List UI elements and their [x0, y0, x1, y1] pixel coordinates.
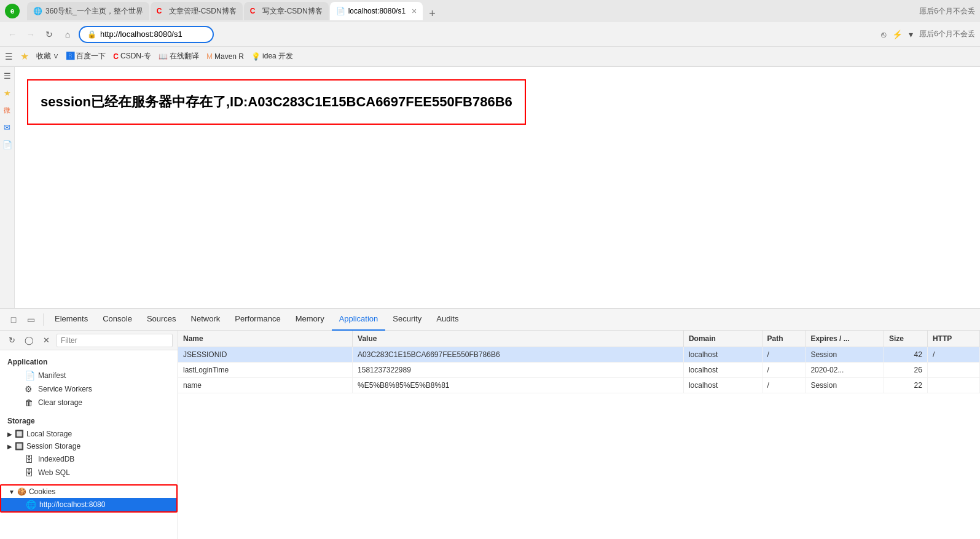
websql-label: Web SQL	[38, 468, 70, 477]
tab-360[interactable]: 🌐 360导航_一个主页，整个世界	[27, 2, 149, 20]
cookies-box: ▼ 🍪 Cookies 🌐 http://localhost:8080	[0, 484, 178, 513]
tab-console[interactable]: Console	[95, 309, 139, 331]
tree-item-indexeddb[interactable]: 🗄 IndexedDB	[0, 452, 178, 466]
tab-sources[interactable]: Sources	[139, 309, 184, 331]
sidebar-mail-icon[interactable]: ✉	[1, 121, 14, 133]
share-icon[interactable]: ⎋	[881, 30, 886, 39]
tree-item-cookies-header[interactable]: ▼ 🍪 Cookies	[1, 486, 176, 498]
sidebar-weibo-icon[interactable]: 微	[1, 104, 14, 116]
section-header-application: Application	[0, 355, 178, 369]
devtools-left-header: ↻ ◯ ✕	[0, 331, 178, 350]
devtools-device-icon[interactable]: ▭	[22, 311, 39, 328]
tab-title-localhost: localhost:8080/s1	[348, 7, 406, 15]
tab-audits[interactable]: Audits	[429, 309, 466, 331]
manifest-label: Manifest	[38, 371, 66, 380]
cookie-size: 26	[884, 363, 928, 378]
back-button[interactable]: ←	[5, 27, 20, 42]
lightning-icon[interactable]: ⚡	[892, 30, 903, 39]
close-icon[interactable]: ✕	[39, 334, 53, 347]
local-storage-icon: 🔲	[15, 430, 24, 438]
session-storage-label: Session Storage	[26, 442, 80, 450]
tree-item-session-storage[interactable]: ▶ 🔲 Session Storage	[0, 440, 178, 452]
service-workers-label: Service Workers	[38, 385, 92, 393]
bookmark-csdn[interactable]: C CSDN-专	[113, 51, 151, 61]
cookie-size: 42	[884, 347, 928, 363]
star-icon: ★	[20, 50, 29, 62]
cookies-icon: 🍪	[17, 487, 26, 496]
cookie-value: A03C283C1E15BCA6697FEE550FB786B6	[353, 347, 684, 363]
tree-item-local-storage[interactable]: ▶ 🔲 Local Storage	[0, 428, 178, 440]
service-workers-icon: ⚙	[25, 384, 34, 394]
cookie-path: /	[762, 347, 806, 363]
clear-icon[interactable]: ◯	[22, 334, 36, 347]
browser-chrome: e 🌐 360导航_一个主页，整个世界 C 文章管理-CSDN博客 C 写文章-…	[0, 0, 980, 67]
cookie-expires: Session	[806, 378, 884, 393]
tab-title-csdn2: 写文章-CSDN博客	[262, 6, 323, 17]
tab-application[interactable]: Application	[332, 309, 386, 331]
cookie-domain: localhost	[683, 363, 762, 378]
tab-csdn-mgmt[interactable]: C 文章管理-CSDN博客	[151, 2, 243, 20]
tab-security[interactable]: Security	[385, 309, 429, 331]
tree-item-clear-storage[interactable]: 🗑 Clear storage	[0, 396, 178, 409]
table-row[interactable]: lastLoginTime1581237322989localhost/2020…	[178, 363, 980, 378]
cookie-domain: localhost	[683, 378, 762, 393]
col-header-domain: Domain	[683, 331, 762, 347]
tab-network[interactable]: Network	[184, 309, 228, 331]
sidebar-nav-icon[interactable]: ☰	[1, 69, 14, 82]
tab-csdn-write[interactable]: C 写文章-CSDN博客	[244, 2, 329, 20]
filter-input[interactable]	[57, 334, 173, 347]
sidebar-star-icon[interactable]: ★	[1, 87, 14, 99]
tabs-area: 🌐 360导航_一个主页，整个世界 C 文章管理-CSDN博客 C 写文章-CS…	[27, 2, 917, 20]
table-row[interactable]: name%E5%B8%85%E5%B8%81localhost/Session2…	[178, 378, 980, 393]
tab-memory[interactable]: Memory	[288, 309, 332, 331]
tab-performance[interactable]: Performance	[227, 309, 288, 331]
indexeddb-icon: 🗄	[25, 454, 34, 464]
websql-icon: 🗄	[25, 468, 34, 478]
tab-localhost[interactable]: 📄 localhost:8080/s1 ×	[330, 2, 423, 20]
cookie-table: Name Value Domain Path Expires / ... Siz…	[178, 331, 980, 393]
forward-button[interactable]: →	[23, 27, 38, 42]
tab-close-localhost[interactable]: ×	[412, 6, 417, 16]
url-text: http://localhost:8080/s1	[100, 30, 182, 39]
expand-arrow-local: ▶	[7, 431, 12, 438]
bookmark-translate[interactable]: 📖 在线翻译	[159, 51, 199, 61]
bookmark-baidu[interactable]: 🅱 百度一下	[66, 51, 106, 61]
devtools-left-panel: ↻ ◯ ✕ Application 📄 Manifest ⚙ Service W…	[0, 331, 178, 539]
tree-item-service-workers[interactable]: ⚙ Service Workers	[0, 382, 178, 396]
devtools-inspect-icon[interactable]: □	[5, 311, 22, 328]
title-bar-right: 愿后6个月不会丢	[919, 6, 975, 17]
page-content: session已经在服务器中存在了,ID:A03C283C1E15BCA6697…	[15, 67, 980, 308]
menu-down-icon[interactable]: ▾	[909, 30, 913, 39]
home-button[interactable]: ⌂	[60, 27, 75, 42]
col-header-path: Path	[762, 331, 806, 347]
left-sidebar: ☰ ★ 微 ✉ 📄	[0, 67, 15, 308]
sidebar-doc-icon[interactable]: 📄	[1, 138, 14, 151]
address-bar: ← → ↻ ⌂ 🔒 http://localhost:8080/s1 ⎋ ⚡ ▾…	[0, 22, 980, 47]
refresh-icon[interactable]: ↻	[5, 334, 18, 347]
bookmark-idea[interactable]: 💡 idea 开发	[251, 51, 293, 61]
localhost-cookies-label: http://localhost:8080	[39, 500, 105, 509]
tree-item-websql[interactable]: 🗄 Web SQL	[0, 466, 178, 479]
tree-item-localhost-cookies[interactable]: 🌐 http://localhost:8080	[1, 498, 176, 511]
tab-elements[interactable]: Elements	[47, 309, 95, 331]
bookmarks-icon: ☰	[5, 52, 13, 61]
table-row[interactable]: JSESSIONIDA03C283C1E15BCA6697FEE550FB786…	[178, 347, 980, 363]
reload-button[interactable]: ↻	[42, 27, 57, 42]
devtools-separator	[43, 313, 44, 326]
col-header-http: HTTP	[927, 331, 979, 347]
cookie-expires: 2020-02...	[806, 363, 884, 378]
session-message-text: session已经在服务器中存在了,ID:A03C283C1E15BCA6697…	[41, 94, 512, 109]
new-tab-button[interactable]: +	[424, 7, 441, 20]
url-bar[interactable]: 🔒 http://localhost:8080/s1	[79, 26, 214, 43]
localhost-globe-icon: 🌐	[26, 500, 36, 509]
tab-title-csdn: 文章管理-CSDN博客	[169, 6, 237, 17]
devtools-panel: □ ▭ Elements Console Sources Network Per…	[0, 308, 980, 539]
tree-item-manifest[interactable]: 📄 Manifest	[0, 369, 178, 382]
cookie-domain: localhost	[683, 347, 762, 363]
bookmark-collections[interactable]: 收藏 ∨	[36, 51, 59, 61]
cookie-size: 22	[884, 378, 928, 393]
expand-arrow-session: ▶	[7, 443, 12, 450]
bookmark-maven[interactable]: M Maven R	[206, 52, 244, 61]
cookie-name: JSESSIONID	[178, 347, 353, 363]
devtools-right-panel: Name Value Domain Path Expires / ... Siz…	[178, 331, 980, 539]
